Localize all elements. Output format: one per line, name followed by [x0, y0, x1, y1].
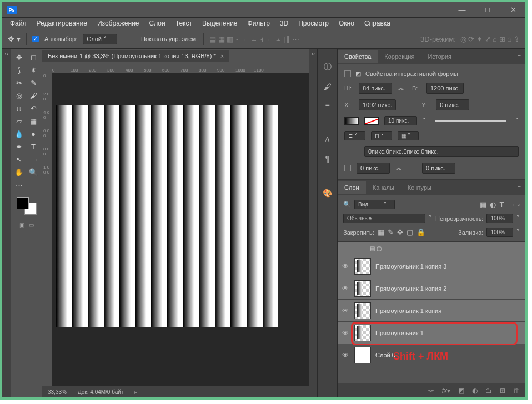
visibility-icon[interactable]: 👁: [341, 262, 350, 270]
maximize-button[interactable]: □: [480, 4, 495, 16]
tab-corrections[interactable]: Коррекция: [378, 50, 421, 63]
layer-thumb[interactable]: [354, 347, 371, 363]
menu-edit[interactable]: Редактирование: [32, 18, 92, 28]
fx-icon[interactable]: fx▾: [442, 387, 450, 395]
width-field[interactable]: 84 пикс.: [359, 83, 392, 94]
info-panel-icon[interactable]: ⓘ: [324, 62, 332, 72]
color-swatch[interactable]: [16, 196, 38, 216]
visibility-icon[interactable]: 👁: [341, 285, 350, 292]
filter-adjust-icon[interactable]: ◐: [490, 200, 496, 209]
layer-thumb[interactable]: [354, 302, 371, 319]
tab-paths[interactable]: Контуры: [401, 181, 438, 194]
blur-tool[interactable]: 💧: [12, 128, 26, 140]
filter-type-icon[interactable]: T: [499, 200, 504, 209]
layer-row-highlighted[interactable]: 👁 Прямоугольник 1: [338, 322, 525, 344]
char-panel-icon[interactable]: A: [324, 135, 330, 144]
x-field[interactable]: 1092 пикс.: [359, 99, 396, 110]
layer-row[interactable]: 👁 Прямоугольник 1 копия 2: [338, 277, 525, 300]
menu-file[interactable]: Файл: [6, 18, 31, 28]
tab-channels[interactable]: Каналы: [366, 181, 401, 194]
wand-tool[interactable]: ✴: [27, 64, 40, 76]
swatches-panel-icon[interactable]: ≡: [325, 101, 329, 110]
document-tab[interactable]: Без имени-1 @ 33,3% (Прямоугольник 1 коп…: [42, 50, 229, 62]
layer-thumb[interactable]: [354, 325, 371, 341]
mode-3d-icons[interactable]: ◎ ⟳ ✦ ⤢ ⌕ ⊞ ⌂ ⇪: [460, 35, 520, 43]
stamp-tool[interactable]: ⎍: [12, 102, 26, 114]
fill-field[interactable]: 100%: [486, 228, 513, 237]
marquee-tool[interactable]: ◻: [27, 51, 40, 63]
autoselect-checkbox[interactable]: ✓: [32, 36, 39, 42]
group-icon[interactable]: 🗀: [485, 387, 492, 395]
layer-row[interactable]: 👁 Прямоугольник 1 копия 3: [338, 255, 525, 277]
lock-artboard-icon[interactable]: ▢: [406, 228, 413, 236]
crop-tool[interactable]: ✂: [12, 77, 26, 89]
visibility-icon[interactable]: 👁: [341, 329, 350, 337]
close-tab-icon[interactable]: ×: [220, 53, 224, 59]
layer-thumb[interactable]: [354, 280, 371, 297]
menu-window[interactable]: Окно: [334, 18, 359, 28]
shape-tool[interactable]: ▭: [27, 153, 40, 165]
align-select[interactable]: ▦ ˅: [398, 131, 419, 140]
menu-help[interactable]: Справка: [360, 18, 395, 28]
menu-3d[interactable]: 3D: [275, 18, 293, 28]
stroke-width[interactable]: 10 пикс.: [384, 116, 417, 125]
layer-row[interactable]: 👁 Прямоугольник 1 копия: [338, 300, 525, 322]
menu-type[interactable]: Текст: [171, 18, 197, 28]
move-tool[interactable]: ✥: [12, 51, 26, 63]
corners-field[interactable]: 0пикс.0пикс.0пикс.0пикс.: [364, 146, 519, 157]
height-field[interactable]: 1200 пикс.: [426, 83, 464, 94]
link-layers-icon[interactable]: ⫘: [428, 387, 434, 395]
adjustment-icon[interactable]: ◐: [472, 387, 478, 395]
layer-thumb[interactable]: [354, 258, 371, 275]
delete-layer-icon[interactable]: 🗑: [513, 387, 520, 395]
corner-2[interactable]: 0 пикс.: [422, 163, 455, 174]
corner-select[interactable]: ⊓ ˅: [371, 131, 392, 140]
new-layer-icon[interactable]: ⊞: [500, 387, 505, 395]
align-group[interactable]: ▤ ▦ ▥ ⫞ ⫟ ⫠ ⫞ ⫟ ⫠ |‖ ⋯: [209, 35, 299, 43]
link-corners-icon[interactable]: ⫘: [395, 165, 404, 171]
show-transform-checkbox[interactable]: [129, 36, 135, 42]
zoom-level[interactable]: 33,33%: [48, 389, 67, 395]
hand-tool[interactable]: ✋: [12, 166, 26, 178]
filter-pixel-icon[interactable]: ▦: [480, 200, 486, 209]
cap-select[interactable]: ⊏ ˅: [344, 131, 365, 140]
mask-add-icon[interactable]: ◩: [458, 387, 464, 395]
tab-layers[interactable]: Слои: [338, 181, 366, 194]
history-brush-tool[interactable]: ↶: [27, 102, 40, 114]
brush-tool[interactable]: 🖌: [27, 89, 40, 102]
filter-smart-icon[interactable]: ▫: [517, 200, 520, 209]
eyedropper-tool[interactable]: ✎: [27, 77, 40, 89]
layer-row[interactable]: 👁 Слой 0: [338, 344, 525, 366]
corner-tl-icon[interactable]: [344, 165, 351, 171]
visibility-icon[interactable]: 👁: [341, 307, 350, 315]
corner-tr-icon[interactable]: [410, 165, 416, 171]
lock-all-icon[interactable]: 🔒: [416, 228, 425, 236]
close-button[interactable]: ✕: [505, 4, 521, 16]
menu-layers[interactable]: Слои: [145, 18, 170, 28]
tab-history[interactable]: История: [421, 50, 458, 63]
path-tool[interactable]: ↖: [12, 153, 26, 165]
lock-brush-icon[interactable]: ✎: [388, 228, 394, 236]
layer-filter[interactable]: Вид ˅: [354, 200, 395, 209]
eraser-tool[interactable]: ▱: [12, 115, 26, 127]
para-panel-icon[interactable]: ¶: [325, 154, 330, 163]
layer-row-top[interactable]: ▤ ▢: [338, 242, 525, 255]
canvas[interactable]: [56, 105, 278, 327]
edit-toolbar[interactable]: ⋯: [12, 179, 26, 191]
visibility-icon[interactable]: 👁: [341, 351, 350, 359]
menu-image[interactable]: Изображение: [93, 18, 144, 28]
menu-view[interactable]: Просмотр: [294, 18, 333, 28]
gradient-tool[interactable]: ▦: [27, 115, 40, 127]
zoom-tool[interactable]: 🔍: [27, 166, 40, 178]
minimize-button[interactable]: —: [454, 4, 470, 16]
menu-select[interactable]: Выделение: [198, 18, 242, 28]
lock-move-icon[interactable]: ✥: [397, 228, 403, 236]
panel-menu-icon[interactable]: ≡: [513, 53, 525, 60]
y-field[interactable]: 0 пикс.: [436, 99, 469, 110]
blend-mode[interactable]: Обычные: [343, 214, 425, 223]
opacity-field[interactable]: 100%: [486, 214, 513, 223]
menu-filter[interactable]: Фильтр: [243, 18, 274, 28]
type-tool[interactable]: T: [27, 140, 40, 153]
pen-tool[interactable]: ✒: [12, 140, 26, 153]
filter-shape-icon[interactable]: ▭: [507, 200, 514, 209]
